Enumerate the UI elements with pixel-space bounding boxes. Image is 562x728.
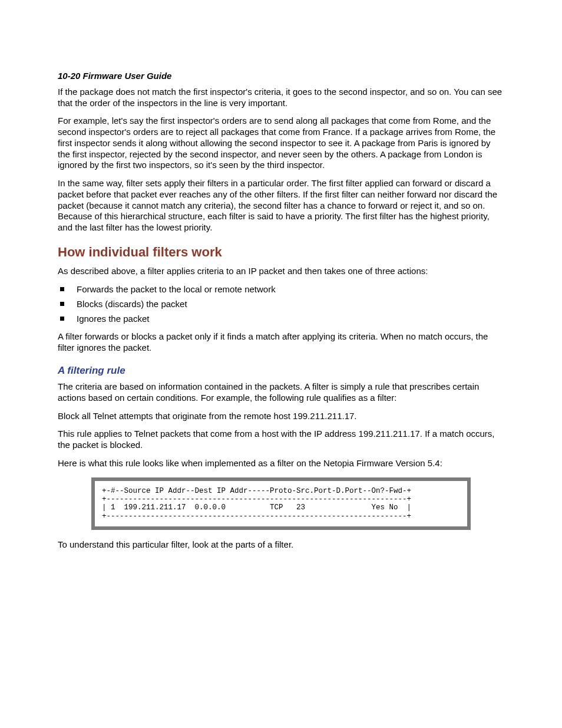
terminal-output: +-#--Source IP Addr--Dest IP Addr-----Pr… xyxy=(91,477,471,531)
body-paragraph: A filter forwards or blocks a packet onl… xyxy=(58,331,504,354)
body-paragraph: As described above, a filter applies cri… xyxy=(58,266,504,277)
document-page: 10-20 Firmware User Guide If the package… xyxy=(0,0,562,728)
body-paragraph: This rule applies to Telnet packets that… xyxy=(58,429,504,451)
subsection-heading: A filtering rule xyxy=(58,364,504,377)
section-heading: How individual filters work xyxy=(58,244,504,261)
body-paragraph: Block all Telnet attempts that originate… xyxy=(58,411,504,422)
body-paragraph: Here is what this rule looks like when i… xyxy=(58,458,504,469)
body-paragraph: For example, let's say the first inspect… xyxy=(58,116,504,171)
list-item: Ignores the packet xyxy=(58,314,504,325)
list-item: Blocks (discards) the packet xyxy=(58,299,504,310)
body-paragraph: In the same way, filter sets apply their… xyxy=(58,178,504,233)
body-paragraph: If the package does not match the first … xyxy=(58,87,504,109)
body-paragraph: The criteria are based on information co… xyxy=(58,381,504,404)
body-paragraph: To understand this particular filter, lo… xyxy=(58,539,504,551)
list-item: Forwards the packet to the local or remo… xyxy=(58,284,504,295)
page-header: 10-20 Firmware User Guide xyxy=(58,71,504,82)
bullet-list: Forwards the packet to the local or remo… xyxy=(58,284,504,324)
